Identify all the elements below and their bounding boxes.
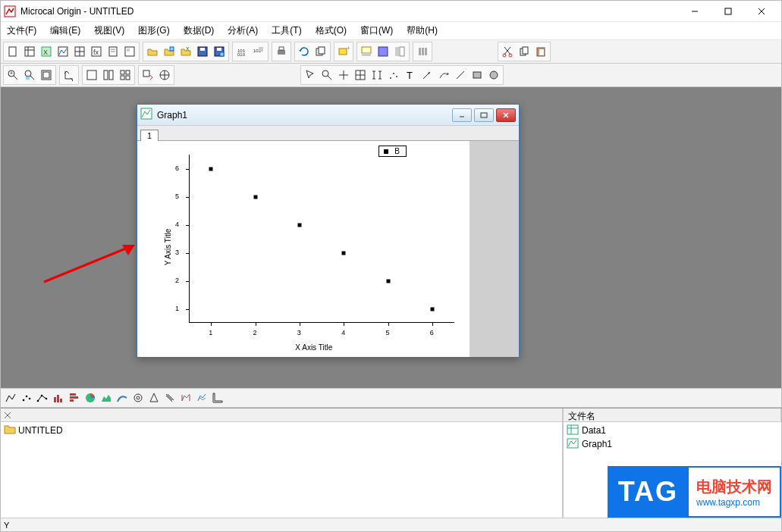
double-y-button[interactable] <box>193 390 209 406</box>
ternary-plot-button[interactable] <box>130 390 146 406</box>
polar-plot-button[interactable] <box>114 390 130 406</box>
file-list-header[interactable]: 文件名 <box>564 408 781 422</box>
menu-format[interactable]: 格式(O) <box>312 23 350 39</box>
add-layer-button[interactable]: + <box>335 43 352 60</box>
import-ascii-button[interactable]: 101010 <box>234 43 250 60</box>
svg-line-86 <box>457 71 464 79</box>
titlebar: Microcal Origin - UNTITLED <box>1 1 781 22</box>
refresh-button[interactable] <box>296 43 312 60</box>
layer2-button[interactable] <box>100 67 117 83</box>
menu-file[interactable]: 文件(F) <box>4 23 39 39</box>
curved-arrow-button[interactable] <box>435 67 452 83</box>
y-axis-title[interactable]: Y Axis Title <box>164 229 172 266</box>
rectangle-tool-button[interactable] <box>469 67 485 83</box>
list-item[interactable]: Graph1 <box>567 437 778 451</box>
new-excel-button[interactable]: X <box>38 43 55 60</box>
screen-reader-button[interactable] <box>335 67 352 83</box>
project-tree-body[interactable]: UNTITLED <box>1 422 562 518</box>
bar-plot-button[interactable] <box>66 390 82 406</box>
layer-tab-1[interactable]: 1 <box>140 130 159 141</box>
svg-line-73 <box>328 76 331 80</box>
menu-edit[interactable]: 编辑(E) <box>47 23 83 39</box>
menu-view[interactable]: 视图(V) <box>91 23 127 39</box>
circle-tool-button[interactable] <box>485 67 502 83</box>
scatter-plot-button[interactable] <box>18 390 34 406</box>
menu-help[interactable]: 帮助(H) <box>404 23 441 39</box>
line-symbol-button[interactable] <box>34 390 50 406</box>
list-item[interactable]: Data1 <box>567 424 778 437</box>
cut-button[interactable] <box>499 43 516 60</box>
zoom-rect-button[interactable] <box>21 67 38 83</box>
project-tree-header[interactable] <box>1 408 562 422</box>
window-close-button[interactable] <box>745 2 778 20</box>
new-layout-button[interactable] <box>121 43 138 60</box>
x-axis-title[interactable]: X Axis Title <box>295 343 332 352</box>
script-window-button[interactable] <box>375 43 391 60</box>
hilo-plot-button[interactable] <box>146 390 162 406</box>
new-project-button[interactable] <box>5 43 21 60</box>
import-multiple-button[interactable]: 101 <box>250 43 267 60</box>
child-minimize-button[interactable] <box>452 108 472 122</box>
column-plot-button[interactable] <box>50 390 66 406</box>
area-plot-button[interactable] <box>98 390 114 406</box>
data-point[interactable] <box>430 307 434 311</box>
save-button[interactable] <box>194 43 211 60</box>
menu-analysis[interactable]: 分析(A) <box>225 23 261 39</box>
data-point[interactable] <box>253 195 257 199</box>
menu-tools[interactable]: 工具(T) <box>269 23 304 39</box>
new-graph-button[interactable] <box>55 43 71 60</box>
child-titlebar[interactable]: Graph1 <box>137 105 519 126</box>
paste-button[interactable] <box>532 43 549 60</box>
data-reader-button[interactable] <box>352 67 369 83</box>
text-tool-button[interactable]: T <box>402 67 419 83</box>
project-root-label[interactable]: UNTITLED <box>18 425 63 436</box>
window-maximize-button[interactable] <box>711 2 745 20</box>
draw-data-button[interactable] <box>385 67 402 83</box>
merge-button[interactable] <box>156 67 173 83</box>
zoom-in-button[interactable]: + <box>5 67 21 83</box>
x-tick-label: 6 <box>430 329 434 336</box>
arrow-tool-button[interactable] <box>419 67 435 83</box>
pie-plot-button[interactable] <box>82 390 98 406</box>
child-close-button[interactable] <box>496 108 516 122</box>
template-button[interactable] <box>209 390 225 406</box>
new-matrix-button[interactable] <box>71 43 88 60</box>
data-point[interactable] <box>297 223 301 227</box>
pointer-button[interactable] <box>302 67 319 83</box>
menu-data[interactable]: 数据(D) <box>181 23 218 39</box>
smith-button[interactable] <box>177 390 193 406</box>
data-point[interactable] <box>342 251 346 255</box>
data-point[interactable] <box>209 167 213 171</box>
open-button[interactable] <box>144 43 161 60</box>
column-button[interactable] <box>414 43 431 60</box>
plot-area[interactable]: B Y Axis Title X Axis Title 123456123456 <box>137 141 519 357</box>
new-notes-button[interactable] <box>105 43 121 60</box>
window-minimize-button[interactable] <box>678 2 711 20</box>
new-worksheet-button[interactable] <box>21 43 38 60</box>
line-tool-button[interactable] <box>452 67 469 83</box>
child-maximize-button[interactable] <box>474 108 494 122</box>
new-function-button[interactable]: fx <box>88 43 105 60</box>
extract-layers-button[interactable] <box>140 67 156 83</box>
open-template-button[interactable] <box>161 43 177 60</box>
save-template-button[interactable] <box>211 43 228 60</box>
copy-button[interactable] <box>516 43 532 60</box>
whole-page-button[interactable] <box>38 67 55 83</box>
layer4-button[interactable] <box>117 67 133 83</box>
data-point[interactable] <box>386 279 390 283</box>
toolbar-tools: + T <box>1 64 781 87</box>
menu-window[interactable]: 窗口(W) <box>357 23 396 39</box>
rescale-button[interactable] <box>61 67 77 83</box>
workspace[interactable]: Graph1 1 B Y Axis Title X Axis T <box>1 87 781 388</box>
project-explorer-button[interactable] <box>391 43 408 60</box>
print-button[interactable] <box>273 43 290 60</box>
menu-graph[interactable]: 图形(G) <box>135 23 172 39</box>
open-excel-button[interactable]: X <box>177 43 194 60</box>
vector-plot-button[interactable] <box>162 390 177 406</box>
duplicate-button[interactable] <box>312 43 329 60</box>
zoom-tool-button[interactable] <box>319 67 335 83</box>
data-selector-button[interactable] <box>369 67 385 83</box>
results-log-button[interactable] <box>358 43 375 60</box>
line-plot-button[interactable] <box>2 390 18 406</box>
layer1-button[interactable] <box>83 67 100 83</box>
